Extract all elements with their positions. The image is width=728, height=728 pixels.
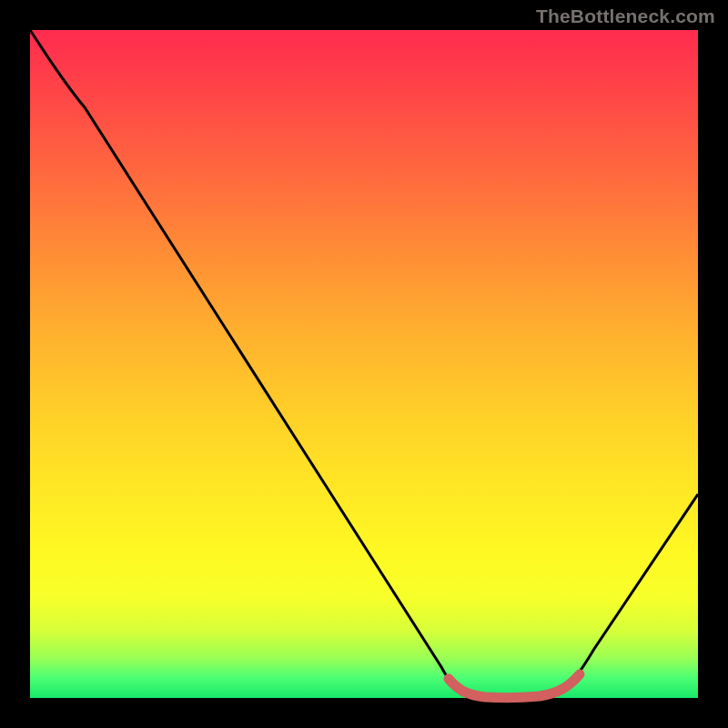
bottleneck-curve (30, 30, 698, 698)
chart-frame: TheBottleneck.com (0, 0, 728, 728)
plot-area (30, 30, 698, 698)
watermark-text: TheBottleneck.com (536, 5, 715, 27)
curve-layer (30, 30, 698, 698)
optimal-range-highlight (449, 674, 580, 698)
